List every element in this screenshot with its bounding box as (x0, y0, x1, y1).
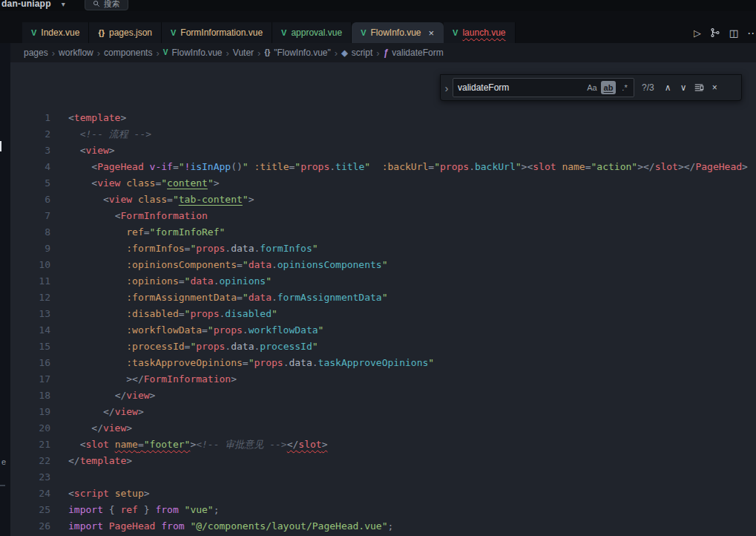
code-token: = (237, 292, 243, 303)
code-line[interactable]: <FormInformation (68, 208, 756, 224)
code-token: FormInformation (120, 210, 207, 221)
tab-launch.vue[interactable]: Vlaunch.vue (444, 22, 515, 43)
code-token: < (91, 161, 97, 172)
code-token: FormInformation (144, 373, 231, 385)
close-tab-icon[interactable]: × (429, 28, 435, 38)
find-previous-icon[interactable]: ∧ (660, 83, 676, 92)
code-line[interactable]: :disabled="props.disabled" (68, 306, 756, 322)
chevron-down-icon[interactable]: ▾ (62, 0, 65, 8)
code-token: props (254, 357, 283, 368)
code-editor[interactable]: 1234567891011121314151617181920212223242… (0, 62, 756, 536)
tab-pages.json[interactable]: {}pages.json (89, 22, 162, 43)
code-token: = (243, 357, 249, 368)
breadcrumb-item[interactable]: {}"FlowInfo.vue" (264, 48, 330, 58)
code-line[interactable]: :formAssignmentData="data.formAssignment… (68, 290, 756, 306)
breadcrumb-item[interactable]: workflow (59, 48, 93, 58)
find-close-icon[interactable]: × (707, 83, 723, 92)
code-token: :workflowData (126, 324, 202, 336)
code-line[interactable]: ></FormInformation> (68, 371, 756, 388)
code-line[interactable]: :opinionsComponents="data.opinionsCompon… (68, 257, 756, 273)
tab-Index.vue[interactable]: VIndex.vue (22, 22, 89, 43)
code-token: PageHead (109, 520, 156, 532)
code-token: name (562, 161, 585, 172)
code-token: :formAssignmentData (126, 292, 237, 303)
line-number: 8 (10, 224, 50, 241)
split-editor-icon[interactable]: ◫ (729, 28, 738, 38)
code-line[interactable]: <!-- 流程 --> (68, 126, 756, 143)
regex-icon[interactable]: .* (617, 81, 632, 94)
tab-approval.vue[interactable]: Vapproval.vue (272, 22, 352, 43)
code-lines[interactable]: <template> <!-- 流程 --> <view> <PageHead … (68, 62, 756, 536)
code-line[interactable]: <template> (68, 110, 756, 126)
code-line[interactable]: </template> (68, 453, 756, 469)
code-token: slot (298, 439, 321, 450)
code-line[interactable]: <script setup> (68, 486, 756, 502)
code-token: " (173, 194, 179, 205)
find-input-box[interactable]: Aa ab .* (453, 78, 634, 97)
code-line[interactable]: <view class="content"> (68, 175, 756, 192)
find-widget: › Aa ab .* ?/3 ∧ ∨ × (440, 74, 742, 101)
git-graph-icon[interactable] (710, 27, 720, 38)
breadcrumb-item[interactable]: pages (24, 48, 48, 58)
breadcrumb-item[interactable]: ƒvalidateForm (384, 48, 444, 58)
line-number: 16 (10, 355, 50, 371)
line-number: 20 (10, 420, 50, 437)
code-line[interactable]: </view> (68, 420, 756, 437)
code-line[interactable]: <PageHead v-if="!isInApp()" :title="prop… (68, 159, 756, 175)
tab-FlowInfo.vue[interactable]: VFlowInfo.vue× (352, 22, 444, 43)
code-token (370, 161, 382, 172)
code-token: :title (254, 161, 289, 172)
code-token: props (196, 341, 225, 352)
toggle-replace-chevron-icon[interactable]: › (441, 82, 453, 94)
code-token: } (144, 504, 150, 515)
editor-actions: ▷ ◫ ⋯ (694, 22, 756, 43)
code-line[interactable]: <view> (68, 143, 756, 159)
more-actions-icon[interactable]: ⋯ (747, 27, 755, 39)
code-token: > (120, 112, 126, 123)
code-token: "footer" (144, 439, 191, 450)
line-number: 15 (10, 339, 50, 355)
code-line[interactable]: ref="formInfoRef" (68, 224, 756, 241)
code-token: workflowData (249, 324, 318, 336)
breadcrumb-item[interactable]: Vuter (233, 48, 254, 58)
symbol-method-icon: ƒ (384, 48, 389, 57)
find-input[interactable] (458, 82, 583, 93)
code-line[interactable]: :processId="props.data.processId" (68, 339, 756, 355)
code-token: . (214, 275, 220, 287)
find-in-selection-icon[interactable] (691, 82, 707, 93)
find-next-icon[interactable]: ∨ (676, 83, 691, 92)
code-line[interactable]: </view> (68, 388, 756, 404)
code-line[interactable]: <view class="tab-content"> (68, 192, 756, 208)
code-token (103, 520, 109, 532)
code-line[interactable]: :workflowData="props.workflowData" (68, 322, 756, 339)
run-icon[interactable]: ▷ (694, 28, 701, 38)
global-search-box[interactable]: 搜索 (85, 0, 128, 10)
breadcrumb-label: workflow (59, 48, 93, 58)
breadcrumb-label: "FlowInfo.vue" (274, 48, 331, 58)
clipped-sidebar-mark (0, 485, 5, 486)
breadcrumb-separator-icon: › (376, 48, 379, 59)
breadcrumb-item[interactable]: VFlowInfo.vue (163, 48, 223, 58)
editor-tab-bar: VIndex.vue{}pages.jsonVFormInformation.v… (0, 11, 756, 43)
whole-word-icon[interactable]: ab (601, 81, 616, 94)
breadcrumb-item[interactable]: ◈script (341, 48, 372, 58)
breadcrumb-item[interactable]: components (104, 48, 152, 58)
breadcrumb-label: pages (24, 48, 48, 58)
code-line[interactable] (68, 469, 756, 486)
code-token: </ (103, 406, 115, 417)
line-number: 22 (10, 453, 50, 469)
code-token: = (179, 308, 185, 319)
code-token: " (295, 161, 300, 172)
code-line[interactable]: :opinions="data.opinions" (68, 273, 756, 290)
code-line[interactable]: import { ref } from "vue"; (68, 502, 756, 518)
code-line[interactable]: </view> (68, 404, 756, 420)
code-line[interactable]: <slot name="footer"><!-- 审批意见 --></slot> (68, 437, 756, 453)
code-token: title (335, 161, 364, 172)
code-line[interactable]: import PageHead from "@/components/layou… (68, 518, 756, 535)
code-token: { (109, 504, 115, 515)
code-line[interactable]: :taskApproveOpinions="props.data.taskApp… (68, 355, 756, 371)
tab-FormInformation.vue[interactable]: VFormInformation.vue (162, 22, 272, 43)
match-case-icon[interactable]: Aa (585, 81, 599, 94)
code-token (109, 488, 115, 499)
code-line[interactable]: :formInfos="props.data.formInfos" (68, 241, 756, 257)
